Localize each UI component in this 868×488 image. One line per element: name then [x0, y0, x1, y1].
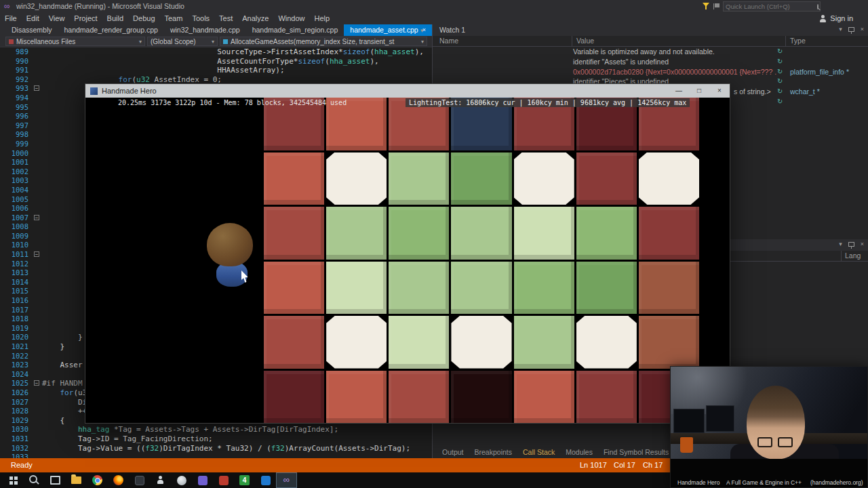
game-window[interactable]: Handmade Hero — □ × 20.25ms 3173e 3122p … [85, 83, 730, 424]
screen: ∞ win32_handmade (Running) - Microsoft V… [0, 0, 868, 488]
tool-tab-call-stack[interactable]: Call Stack [518, 446, 559, 458]
menu-team[interactable]: Team [160, 12, 188, 24]
quick-launch-input[interactable] [724, 3, 817, 10]
close-button[interactable]: × [709, 84, 730, 98]
sign-in-area[interactable]: Sign in [819, 12, 853, 24]
code-text[interactable]: hha_tag *Tag = Assets->Tags + Assets->Di… [42, 425, 338, 434]
code-text[interactable]: } [42, 333, 83, 342]
refresh-icon[interactable]: ↻ [777, 77, 783, 87]
code-text[interactable]: Tag->ID = Tag_FacingDirection; [42, 434, 213, 444]
line-number: 1014 [0, 278, 33, 287]
tool-tab-modules[interactable]: Modules [561, 446, 597, 458]
taskbar-task-view[interactable] [45, 472, 66, 488]
refresh-icon[interactable]: ↻ [777, 87, 783, 97]
refresh-icon[interactable]: ↻ [777, 47, 783, 57]
pin-icon[interactable] [848, 27, 854, 32]
code-text[interactable]: Tag->Value = ((f32)DirTagIndex * Tau32) … [42, 444, 410, 453]
taskbar-app-light[interactable] [171, 472, 192, 488]
sign-in-link[interactable]: Sign in [830, 14, 853, 22]
menu-tools[interactable]: Tools [187, 12, 214, 24]
tab-Disassembly[interactable]: Disassembly [5, 24, 58, 36]
menu-analyze[interactable]: Analyze [237, 12, 273, 24]
tab-handmade_sim_region.cpp[interactable]: handmade_sim_region.cpp [246, 24, 344, 36]
menu-test[interactable]: Test [214, 12, 237, 24]
game-viewport[interactable]: 20.25ms 3173e 3122p 10d - Mem: 78 blocks… [85, 98, 730, 423]
block-tile [451, 207, 511, 260]
line-number: 1031 [0, 434, 33, 444]
watch-row[interactable]: FileVariable is optimized away and not a… [433, 47, 868, 57]
taskbar-visual-studio[interactable] [276, 472, 297, 488]
notifications-flag-icon[interactable] [715, 3, 719, 7]
taskbar-contacts[interactable] [150, 472, 171, 488]
tool-tab-breakpoints[interactable]: Breakpoints [470, 446, 517, 458]
menu-window[interactable]: Window [273, 12, 309, 24]
quick-launch-box[interactable] [723, 1, 821, 12]
code-text[interactable]: AssetCountForType*sizeof(hha_asset), [42, 57, 379, 66]
tool-tab-output[interactable]: Output [437, 446, 469, 458]
code-text[interactable]: HHAAssetArray); [42, 66, 285, 75]
refresh-icon[interactable]: ↻ [777, 57, 783, 67]
window-position-chevron-icon[interactable]: ▾ [839, 26, 842, 33]
menu-view[interactable]: View [44, 12, 70, 24]
code-text[interactable]: } [42, 342, 64, 352]
taskbar-chrome[interactable] [87, 472, 108, 488]
scope-dropdown[interactable]: (Global Scope) ▾ [147, 37, 218, 46]
taskbar-file-explorer[interactable] [66, 472, 87, 488]
code-text[interactable]: SourceType->FirstAssetIndex*sizeof(hha_a… [42, 47, 424, 57]
watch-row[interactable]: ▸FileInfo0x000002d71acb0280 {Next=0x0000… [433, 67, 868, 77]
minimize-button[interactable]: — [669, 84, 689, 98]
tab-handmade_asset.cpp[interactable]: handmade_asset.cpp× [344, 24, 432, 36]
menu-project[interactable]: Project [69, 12, 102, 24]
taskbar-fourcoder[interactable]: 4 [234, 472, 255, 488]
code-text[interactable]: Asser [42, 361, 83, 370]
taskbar-app-blue[interactable] [255, 472, 276, 488]
taskbar-app-dark[interactable] [129, 472, 150, 488]
code-text[interactable]: ++ [42, 407, 87, 416]
tool-tab-find-symbol-results[interactable]: Find Symbol Results [599, 446, 673, 458]
menu-debug[interactable]: Debug [128, 12, 159, 24]
menu-file[interactable]: File [0, 12, 22, 24]
column-value[interactable]: Value [576, 37, 594, 45]
game-window-titlebar[interactable]: Handmade Hero — □ × [85, 84, 730, 98]
fold-margin [33, 222, 42, 232]
feedback-flask-icon[interactable] [703, 3, 711, 10]
block-tile [514, 316, 574, 369]
taskbar-firefox[interactable] [108, 472, 129, 488]
code-text[interactable]: { [42, 416, 64, 426]
taskbar-start[interactable] [3, 472, 24, 488]
line-number: 1008 [0, 222, 33, 232]
window-position-chevron-icon[interactable]: ▾ [839, 241, 842, 247]
menu-build[interactable]: Build [102, 12, 128, 24]
tab-handmade_render_group.cpp[interactable]: handmade_render_group.cpp [58, 24, 164, 36]
code-text[interactable]: for(u3 [42, 388, 87, 398]
menu-help[interactable]: Help [310, 12, 335, 24]
tab-win32_handmade.cpp[interactable]: win32_handmade.cpp [164, 24, 246, 36]
close-icon[interactable]: × [861, 241, 864, 247]
close-icon[interactable]: × [861, 26, 864, 33]
code-text[interactable]: Di [42, 398, 87, 407]
project-dropdown[interactable]: Miscellaneous Files ▾ [5, 37, 145, 46]
menu-edit[interactable]: Edit [22, 12, 44, 24]
refresh-icon[interactable]: ↻ [777, 67, 783, 77]
maximize-button[interactable]: □ [689, 84, 709, 98]
taskbar-app-purple[interactable] [192, 472, 213, 488]
taskbar-app-red[interactable] [213, 472, 234, 488]
member-dropdown[interactable]: AllocateGameAssets(memory_index Size, tr… [220, 37, 427, 46]
taskbar-search[interactable] [24, 472, 45, 488]
column-type[interactable]: Type [790, 37, 806, 45]
scope-dropdown-value: (Global Scope) [151, 38, 196, 45]
pin-icon[interactable] [848, 242, 854, 247]
watch-panel-header[interactable]: Watch 1 ▾ × [433, 24, 868, 36]
fold-marker-icon[interactable] [33, 214, 42, 223]
line-number: 1016 [0, 296, 33, 306]
fold-marker-icon[interactable] [33, 379, 42, 388]
column-name[interactable]: Name [439, 37, 458, 45]
refresh-icon[interactable]: ↻ [777, 97, 783, 107]
code-text[interactable]: #if HANDM [42, 379, 83, 388]
column-language-partial[interactable]: Lang [845, 251, 861, 260]
watch-row[interactable]: Assetsidentifier "Assets" is undefined↻ [433, 57, 868, 67]
fold-marker-icon[interactable] [33, 250, 42, 260]
tab-overflow-chevron-icon[interactable]: ▾ [420, 27, 424, 34]
fold-marker-icon[interactable] [33, 84, 42, 94]
line-number: 1020 [0, 333, 33, 342]
